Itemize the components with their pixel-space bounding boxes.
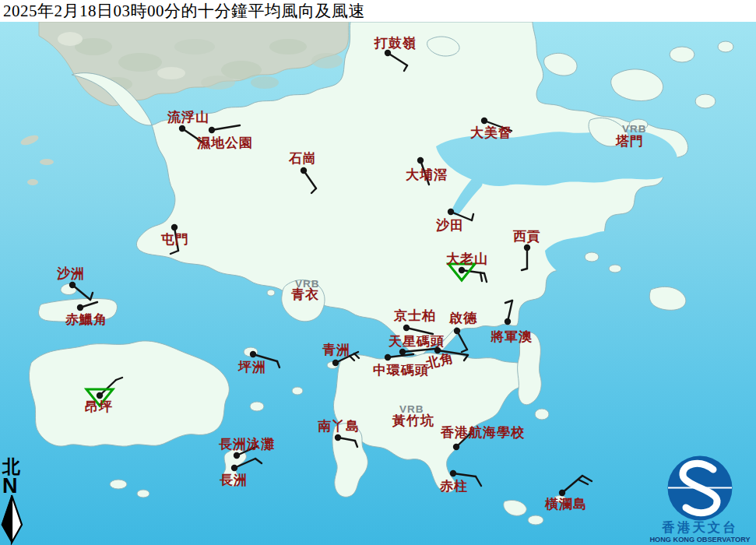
station-label: 中環碼頭 — [373, 363, 429, 378]
station-label: 天星碼頭 — [388, 334, 445, 349]
station-label: 昂坪 — [85, 399, 113, 414]
station-label: 黃竹坑 — [392, 413, 434, 428]
station-label: 打鼓嶺 — [374, 36, 417, 51]
station-dot — [179, 125, 185, 132]
station-dot — [399, 349, 406, 355]
station-dot — [335, 434, 341, 441]
station-dot — [69, 282, 76, 288]
station-label: 沙田 — [435, 218, 464, 233]
station-label: 流浮山 — [167, 110, 209, 125]
station-dot — [450, 470, 456, 476]
station-dot — [481, 118, 487, 124]
station-dot — [453, 444, 459, 450]
map-title: 2025年2月18日03時00分的十分鐘平均風向及風速 — [0, 0, 756, 22]
station-label: 大美督 — [470, 125, 512, 140]
station-label: 屯門 — [160, 232, 189, 247]
station-dot — [448, 209, 454, 215]
station-label: 沙洲 — [56, 266, 85, 281]
station-label: 南丫島 — [318, 419, 360, 434]
station-dot — [231, 465, 237, 471]
station-dot — [250, 351, 256, 357]
station-label: 赤柱 — [439, 479, 468, 494]
vrb-station-tsing-yi: VRB青衣 — [291, 278, 320, 302]
station-label: 赤鱲角 — [65, 312, 107, 327]
station-dot — [209, 127, 215, 133]
hk-wind-map: 打鼓嶺流浮山濕地公園石崗大美督大埔滘沙田西貢大老山屯門沙洲赤鱲角京士柏啟德將軍澳… — [0, 22, 756, 545]
station-dot — [403, 325, 410, 331]
vrb-label: VRB — [622, 123, 647, 135]
logo-english-name: HONG KONG OBSERVATORY — [649, 536, 750, 543]
station-label: 京士柏 — [393, 308, 436, 323]
wind-map-page: 2025年2月18日03時00分的十分鐘平均風向及風速 — [0, 0, 756, 545]
station-label: 青衣 — [291, 287, 319, 302]
station-label: 將軍澳 — [490, 329, 533, 344]
station-label: 橫瀾島 — [544, 497, 587, 512]
station-dot — [459, 267, 465, 273]
station-label: 大老山 — [446, 251, 488, 266]
station-label: 坪洲 — [237, 360, 266, 374]
station-label: 塔門 — [615, 134, 644, 149]
station-dot — [171, 224, 178, 230]
station-label: 長洲泳灘 — [219, 437, 275, 452]
station-label: 石崗 — [288, 151, 317, 166]
logo-chinese-name: 香港天文台 — [661, 520, 738, 535]
station-label: 濕地公園 — [196, 135, 253, 150]
station-label: 大埔滘 — [406, 167, 448, 182]
station-dot — [332, 360, 339, 366]
station-label: 香港航海學校 — [440, 425, 525, 440]
station-label: 西貢 — [512, 229, 541, 244]
station-dot — [234, 452, 240, 459]
station-dot — [97, 392, 103, 399]
station-dot — [385, 50, 391, 56]
station-dot — [77, 304, 83, 311]
station-label: 青洲 — [322, 343, 350, 357]
station-dot — [524, 244, 530, 251]
station-label: 長洲 — [220, 473, 248, 487]
north-letter: N — [2, 474, 18, 498]
station-dot — [385, 354, 391, 360]
station-dot — [505, 318, 511, 325]
station-dot — [454, 328, 460, 334]
station-label: 啟德 — [448, 311, 477, 325]
station-dot — [417, 157, 424, 164]
station-dot — [559, 490, 565, 496]
station-dot — [301, 167, 307, 174]
